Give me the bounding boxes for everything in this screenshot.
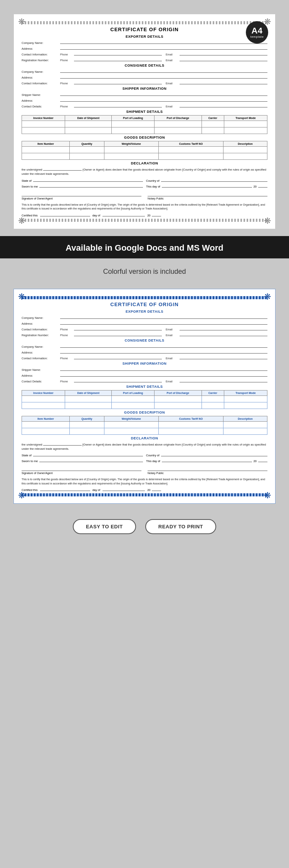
- doc2-title: CERTIFICATE OF ORIGIN: [22, 302, 267, 307]
- d2-ship-address: Address:: [22, 373, 267, 377]
- colorful-subtitle: Colorful version is included: [0, 264, 289, 278]
- state-country-row: State of Country of: [22, 178, 267, 183]
- doc2-sworn-thisday: Sworn to me This day of 20: [22, 458, 267, 463]
- ship-address: Address:: [22, 98, 267, 102]
- signature-row: Signature of Owner/Agent Notary Public: [22, 191, 267, 200]
- doc2-section-shipper: SHIPPER INFORMATION: [22, 362, 267, 365]
- table-row: [22, 127, 267, 134]
- con-contact: Contact Information: Phone Email: [22, 80, 267, 85]
- table-row: [22, 121, 267, 127]
- border-bottom: [22, 219, 267, 222]
- corner-ornament-2-br: ❋: [262, 490, 273, 501]
- col-discharge: Port of Discharge: [154, 116, 202, 121]
- border-top: [22, 21, 267, 24]
- doc2-section-exporter: EXPORTER DETAILS: [22, 310, 267, 313]
- blue-border-bottom: [22, 493, 267, 496]
- d2-ship-contact: Contact Details: Phone Email: [22, 379, 267, 383]
- easy-to-edit-button[interactable]: EASY TO EDIT: [73, 519, 136, 534]
- col-carrier: Carrier: [202, 116, 224, 121]
- field-registration: Registration Number: Phone Email: [22, 57, 267, 62]
- d2-address: Address:: [22, 321, 267, 325]
- section-declaration: DECLARATION: [22, 161, 267, 165]
- field-address: Address:: [22, 46, 267, 50]
- doc2-section-goods: GOODS DESCRIPTION: [22, 411, 267, 414]
- document-2: ❋ ❋ ❋ ❋ CERTIFICATE OF ORIGIN EXPORTER D…: [13, 289, 276, 504]
- corner-ornament-2-tl: ❋: [16, 292, 27, 302]
- col-item: Item Number: [22, 141, 70, 147]
- section-exporter: EXPORTER DETAILS: [22, 35, 267, 39]
- corner-ornament-tl: ❋: [16, 17, 27, 27]
- declaration-text-1: the undersigned (Owner or Agent) does de…: [22, 167, 267, 176]
- section-shipper: SHIPPER INFORMATION: [22, 87, 267, 90]
- con-address: Address:: [22, 75, 267, 79]
- ready-to-print-button[interactable]: READY TO PRINT: [145, 519, 216, 534]
- col-invoice: Invoice Number: [22, 116, 65, 121]
- doc-title: CERTIFICATE OF ORIGIN: [22, 27, 267, 32]
- section-consignee: CONSIGNEE DETAILS: [22, 64, 267, 67]
- doc2-section-shipment: SHIPMENT DETAILS: [22, 385, 267, 389]
- con-company: Company Name:: [22, 69, 267, 74]
- sig-block-notary: Notary Public: [148, 191, 267, 200]
- sworn-thisday-row: Sworn to me This day of 20: [22, 184, 267, 188]
- goods-table: Item Number Quantity Weight/Volume Custo…: [22, 141, 267, 160]
- sig-block-owner: Signature of Owner/Agent: [22, 191, 148, 200]
- blue-border-top: [22, 296, 267, 299]
- d2-con-company: Company Name:: [22, 344, 267, 349]
- col-date: Date of Shipment: [65, 116, 112, 121]
- document-1: A4 template ❋ ❋ ❋ ❋ CERTIFICATE OF ORIGI…: [13, 14, 276, 229]
- banner-title: Available in Google Docs and MS Word: [0, 243, 289, 253]
- ship-name: Shipper Name:: [22, 92, 267, 97]
- sig-label-notary: Notary Public: [148, 197, 267, 200]
- col-tariff: Customs Tariff NO: [158, 141, 223, 147]
- doc2-sig-notary: Notary Public: [148, 465, 267, 474]
- d2-con-address: Address:: [22, 350, 267, 354]
- section-goods: GOODS DESCRIPTION: [22, 136, 267, 139]
- table-row: [22, 428, 267, 434]
- corner-ornament-tr: ❋: [262, 17, 273, 27]
- doc2-cert-text: This is to certify that the goods descri…: [22, 478, 267, 486]
- shipment-table: Invoice Number Date of Shipment Port of …: [22, 115, 267, 134]
- table-row: [22, 395, 267, 402]
- d2-con-contact: Contact Information: Phone Email: [22, 355, 267, 360]
- table-row: [22, 402, 267, 409]
- ship-contact: Contact Details: Phone Email: [22, 104, 267, 108]
- cert-text: This is to certify that the goods descri…: [22, 203, 267, 211]
- table-row: [22, 147, 267, 153]
- certified-row: Certified this day of 20: [22, 213, 267, 217]
- doc2-certified-row: Certified this day of 20: [22, 487, 267, 492]
- doc2-goods-table: Item Number Quantity Weight/Volume Custo…: [22, 416, 267, 435]
- table-row: [22, 153, 267, 160]
- section-shipment: SHIPMENT DETAILS: [22, 110, 267, 114]
- corner-ornament-br: ❋: [262, 216, 273, 226]
- doc2-sig-owner: Signature of Owner/Agent: [22, 465, 148, 474]
- col-qty: Quantity: [70, 141, 104, 147]
- doc2-section-consignee: CONSIGNEE DETAILS: [22, 338, 267, 342]
- d2-ship-name: Shipper Name:: [22, 367, 267, 372]
- col-desc: Description: [223, 141, 267, 147]
- bottom-bar: EASY TO EDIT READY TO PRINT: [0, 511, 289, 541]
- corner-ornament-bl: ❋: [16, 216, 27, 226]
- col-transport: Transport Mode: [224, 116, 267, 121]
- field-company-name: Company Name:: [22, 40, 267, 45]
- doc2-declaration-text: the undersigned [Owner or Agent] does de…: [22, 442, 267, 451]
- corner-ornament-2-bl: ❋: [16, 490, 27, 501]
- table-row: [22, 421, 267, 428]
- badge-a4: A4: [251, 26, 262, 35]
- d2-registration: Registration Number: Phone Email: [22, 332, 267, 337]
- field-contact: Contact Information: Phone Email: [22, 52, 267, 56]
- col-loading: Port of Loading: [112, 116, 155, 121]
- corner-ornament-2-tr: ❋: [262, 292, 273, 302]
- sig-label-owner: Signature of Owner/Agent: [22, 197, 141, 200]
- doc2-shipment-table: Invoice Number Date of Shipment Port of …: [22, 390, 267, 409]
- d2-contact: Contact Information: Phone Email: [22, 327, 267, 331]
- doc2-signature-row: Signature of Owner/Agent Notary Public: [22, 465, 267, 474]
- d2-company: Company Name:: [22, 315, 267, 320]
- badge-template: template: [250, 35, 264, 39]
- middle-banner: Available in Google Docs and MS Word: [0, 236, 289, 258]
- col-weight: Weight/Volume: [104, 141, 158, 147]
- doc2-state-country: State of Country of: [22, 452, 267, 457]
- doc2-section-declaration: DECLARATION: [22, 436, 267, 440]
